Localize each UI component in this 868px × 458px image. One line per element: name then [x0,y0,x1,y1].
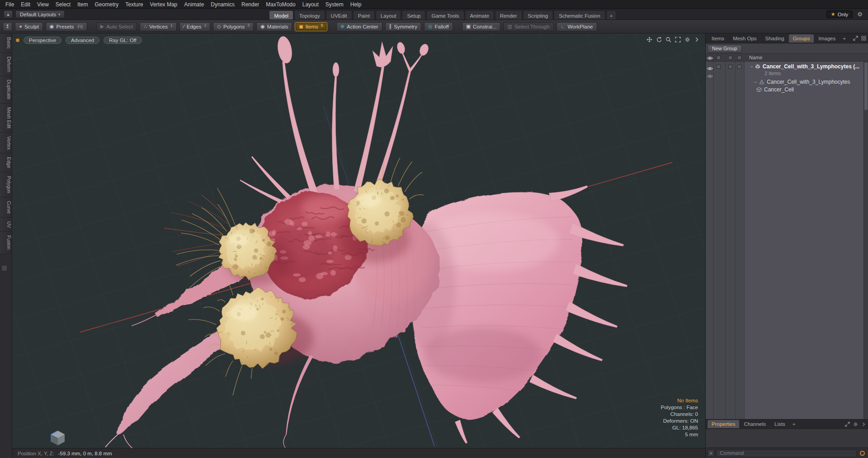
visibility-column-eye-icon[interactable] [707,56,713,61]
menu-geometry[interactable]: Geometry [95,1,119,8]
tab-shading[interactable]: Shading [761,34,788,43]
panel-thumbnails-icon[interactable] [861,36,866,41]
tab-layout[interactable]: Layout [376,10,401,19]
tab-groups[interactable]: Groups [789,34,814,43]
viewport-menu-thumb[interactable] [16,38,19,42]
render-column-icon[interactable] [717,56,721,60]
action-center-button[interactable]: ⊕ Action Center [336,22,382,31]
workplane-button[interactable]: ∟ WorkPlane [557,22,597,31]
group-tree[interactable]: − Cancer_Cell_with_3_Lymphocytes (... 2 … [706,62,868,419]
sidebar-tab-fusion[interactable]: Fusion [0,232,12,254]
column-toggle-a[interactable] [728,56,732,60]
viewport-canvas[interactable] [12,33,705,448]
viewport-options-chevron-icon[interactable] [694,37,700,43]
sidebar-tab-mesh-edit[interactable]: Mesh Edit [0,104,12,133]
tree-row-group[interactable]: − Cancer_Cell_with_3_Lymphocytes (... [750,63,859,70]
edges-button[interactable]: ∕ Edges 2 [179,22,210,31]
auto-select-button[interactable]: ▶ Auto Select [96,22,137,31]
items-button[interactable]: ◼ Items 5 [295,22,327,31]
tab-scripting[interactable]: Scripting [523,10,553,19]
column-togg3le-b[interactable] [737,56,741,60]
symmetry-button[interactable]: ∥ Symmetry [385,22,421,31]
zoom-icon[interactable] [665,37,671,43]
menu-vertex-map[interactable]: Vertex Map [150,1,178,8]
menu-texture[interactable]: Texture [125,1,143,8]
tab-items[interactable]: Items [708,34,728,43]
tab-topology[interactable]: Topology [294,10,325,19]
panel-expand-icon[interactable] [853,36,858,41]
default-layouts-button[interactable]: Default Layouts ▾ [15,10,65,18]
sidebar-tab-basic[interactable]: Basic [0,33,12,53]
sidebar-drag-handle[interactable] [1,265,7,271]
sidebar-tab-edge[interactable]: Edge [0,153,12,172]
group-toggle-a[interactable] [728,65,732,69]
constraints-button[interactable]: ▣ Constrai... [462,22,501,31]
command-prompt[interactable]: > [708,449,714,457]
tab-paint[interactable]: Paint [353,10,375,19]
tab-animate[interactable]: Animate [465,10,494,19]
menu-item[interactable]: Item [77,1,88,8]
menu-edit[interactable]: Edit [21,1,30,8]
tab-properties[interactable]: Properties [708,420,739,428]
sidebar-tab-deform[interactable]: Deform [0,53,12,76]
only-toggle[interactable]: ★ Only [826,10,853,18]
menu-maxtomodo[interactable]: MaxToModo [266,1,295,8]
menu-file[interactable]: File [5,1,14,8]
menu-help[interactable]: Help [350,1,362,8]
settings-gear-icon[interactable]: ⚙ [857,11,863,18]
properties-gear-icon[interactable] [853,422,858,427]
menu-select[interactable]: Select [56,1,71,8]
tab-setup[interactable]: Setup [402,10,425,19]
presets-button[interactable]: ◉ Presets F6 [46,22,87,31]
tab-lists[interactable]: Lists [770,420,789,428]
group-visibility-eye-icon[interactable] [707,64,713,72]
sidebar-tab-polygon[interactable]: Polygon [0,172,12,197]
name-column-header[interactable]: Name [749,55,762,60]
command-status-icon[interactable] [860,451,865,456]
tree-row-child-locator[interactable]: ·− Cancer_Cell_with_3_Lymphocytes [753,78,850,86]
tab-game-tools[interactable]: Game Tools [426,10,464,19]
menu-render[interactable]: Render [241,1,259,8]
tree-row-child-mesh[interactable]: Cancer_Cell [756,86,794,93]
new-group-button[interactable]: New Group [708,45,742,52]
tool-handle-button[interactable]: ↥ [3,22,12,31]
menu-dynamics[interactable]: Dynamics [211,1,235,8]
group-toggle-b[interactable] [737,65,741,69]
menu-layout[interactable]: Layout [302,1,319,8]
viewport-gear-icon[interactable] [684,37,690,43]
tab-render[interactable]: Render [495,10,522,19]
group-render-toggle[interactable] [717,65,721,69]
vertices-button[interactable]: ∴ Vertices 1 [140,22,177,31]
tab-model[interactable]: Model [269,10,293,19]
child-visibility-eye-icon[interactable] [707,72,713,80]
menu-view[interactable]: View [37,1,49,8]
collapse-icon[interactable]: − [750,64,753,69]
falloff-button[interactable]: ◎ Falloff [424,22,453,31]
tree-scrollbar[interactable] [863,62,868,419]
tab-channels[interactable]: Channels [740,420,770,428]
tab-images[interactable]: Images [814,34,840,43]
tree-scrollbar-thumb[interactable] [864,62,868,110]
sculpt-button[interactable]: ● Sculpt [15,22,43,31]
tab-uvedit[interactable]: UVEdit [326,10,352,19]
materials-button[interactable]: ◉ Materials [256,22,292,31]
command-input[interactable] [716,449,857,457]
rotate-icon[interactable] [656,37,662,43]
add-list-tab-button[interactable]: + [840,34,849,43]
add-layout-tab-button[interactable]: + [606,10,617,19]
menu-animate[interactable]: Animate [184,1,204,8]
advanced-shading-button[interactable]: Advanced [66,37,99,44]
sidebar-tab-uv[interactable]: UV [0,218,12,232]
sidebar-tab-duplicate[interactable]: Duplicate [0,76,12,104]
sidebar-tab-vertex[interactable]: Vertex [0,133,12,154]
properties-chevron-icon[interactable] [861,422,866,427]
properties-expand-icon[interactable] [845,422,850,427]
ray-gl-button[interactable]: Ray GL: Off [104,37,142,44]
sidebar-tab-curve[interactable]: Curve [0,197,12,218]
tab-schematic-fusion[interactable]: Schematic Fusion [554,10,605,19]
layout-home-button[interactable]: ▲ [4,10,13,18]
polygons-button[interactable]: ◇ Polygons 3 [213,22,254,31]
menu-system[interactable]: System [326,1,344,8]
perspective-button[interactable]: Perspective [24,37,61,44]
pan-icon[interactable] [646,37,652,43]
